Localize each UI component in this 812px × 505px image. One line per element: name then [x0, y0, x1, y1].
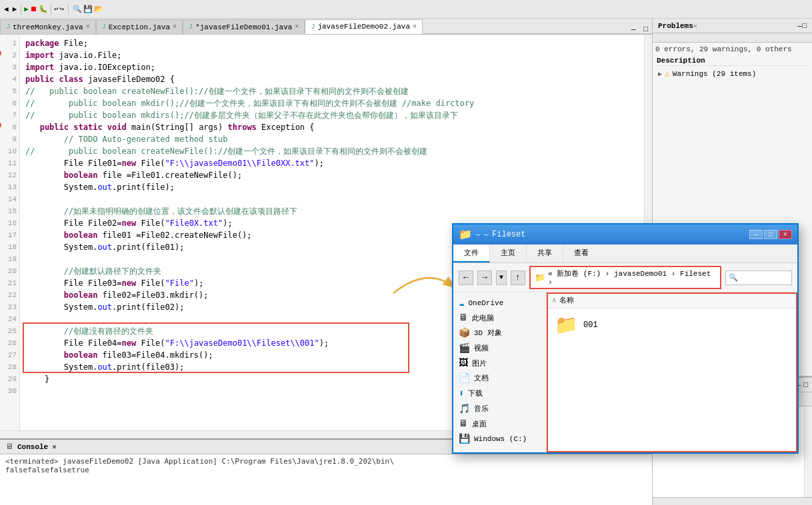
- line-num-21: 21: [3, 277, 17, 289]
- music-icon: 🎵: [459, 403, 470, 414]
- fe-sidebar-desktop[interactable]: 🖥 桌面: [453, 416, 546, 431]
- pictures-icon: 🖼: [459, 358, 468, 368]
- fe-close-btn[interactable]: ×: [779, 230, 792, 239]
- line-num-26: 26: [3, 337, 17, 349]
- toolbar-stop-icon[interactable]: ⏹: [30, 5, 37, 13]
- code-line-5: // public boolean createNewFile()://创建一个…: [25, 85, 639, 97]
- problems-warnings-item[interactable]: ▶ ⚠ Warnings (29 items): [655, 67, 809, 81]
- toolbar-icon-1[interactable]: ◀: [3, 5, 10, 13]
- fe-tab-view[interactable]: 查看: [563, 245, 599, 262]
- tab-label-filedemo01: *javaseFileDemo01.java: [195, 23, 292, 31]
- code-line-2: import java.io.File;: [25, 49, 639, 61]
- tab-filedemo02[interactable]: J javaseFileDemo02.java ×: [305, 19, 423, 34]
- fe-nav-dropdown[interactable]: ▼: [496, 270, 507, 285]
- toolbar-step-icon[interactable]: ↩: [54, 5, 59, 13]
- tab-icon-threemonkey: J: [6, 23, 10, 31]
- fe-search-box[interactable]: 🔍: [725, 270, 792, 285]
- fe-sidebar-downloads[interactable]: ⬇ 下载: [453, 386, 546, 401]
- line-num-14: 14: [3, 193, 17, 205]
- fe-main-content: ☁ OneDrive 🖥 此电脑 📦 3D 对象 🎬 视频 🖼 图片: [453, 292, 797, 452]
- problems-maximize-icon[interactable]: □: [802, 22, 807, 30]
- toolbar-step2-icon[interactable]: ↪: [60, 5, 65, 13]
- line-num-17: 17: [3, 229, 17, 241]
- code-line-7: // public boolean mkdirs();//创建多层文件夹（如果父…: [25, 109, 639, 121]
- code-line-4: public class javaseFileDemo02 {: [25, 73, 639, 85]
- line-num-7: 7: [3, 109, 17, 121]
- desktop-label: 桌面: [472, 419, 487, 429]
- problems-minimize-icon[interactable]: —: [798, 22, 803, 30]
- line-num-13: 13: [3, 181, 17, 193]
- code-line-12: boolean file =File01.createNewFile();: [25, 169, 639, 181]
- tab-label-threemonkey: threeMonkey.java: [13, 23, 83, 31]
- code-line-14: [25, 193, 639, 205]
- toolbar-icon-2[interactable]: ▶: [11, 5, 19, 13]
- toolbar-debug-icon[interactable]: 🐛: [39, 5, 48, 13]
- toolbar-separator3: [68, 4, 69, 15]
- fe-restore-btn[interactable]: □: [764, 230, 777, 239]
- line-num-25: 25: [3, 325, 17, 337]
- toolbar-open-icon[interactable]: 📂: [94, 5, 103, 13]
- line-num-29: 29: [3, 373, 17, 385]
- windows-icon: 💾: [459, 433, 470, 444]
- tab-icon-exception: J: [102, 23, 106, 31]
- downloads-icon: ⬇: [459, 388, 464, 399]
- tab-close-filedemo01[interactable]: ×: [295, 23, 299, 31]
- windows-label: Windows (C:): [474, 435, 527, 443]
- fe-sidebar-thispc[interactable]: 🖥 此电脑: [453, 310, 546, 325]
- javadoc-scrollbar[interactable]: [804, 406, 812, 497]
- code-line-15: //如果未指明明确的创建位置，该文件会默认创建在该项目路径下: [25, 205, 639, 217]
- fe-tab-file[interactable]: 文件: [453, 245, 490, 262]
- fe-title-controls: — □ ×: [749, 230, 792, 239]
- fe-search-icon: 🔍: [729, 273, 738, 282]
- tab-maximize-button[interactable]: □: [639, 25, 652, 34]
- fe-sidebar-pictures[interactable]: 🖼 图片: [453, 356, 546, 370]
- toolbar-search-icon[interactable]: 🔍: [73, 5, 82, 13]
- fe-nav-forward[interactable]: →: [477, 270, 492, 285]
- fe-tab-share[interactable]: 共享: [527, 245, 563, 262]
- line-num-2: 2: [3, 49, 17, 61]
- fe-tab-home[interactable]: 主页: [490, 245, 527, 262]
- toolbar-run-icon[interactable]: ▶: [24, 5, 29, 13]
- code-line-10: // public boolean createNewFile()://创建一个…: [25, 145, 639, 157]
- fe-address-path[interactable]: 📁 « 新加卷 (F:) › javaseDemo01 › Fileset ›: [529, 266, 721, 289]
- line-num-23: 23: [3, 301, 17, 313]
- toolbar-save-icon[interactable]: 💾: [83, 5, 93, 13]
- fe-col-name-label[interactable]: 名称: [559, 295, 574, 305]
- tab-exception[interactable]: J Exception.java ×: [96, 19, 183, 34]
- line-num-15: 15: [3, 205, 17, 217]
- tab-threemonkey[interactable]: J threeMonkey.java ×: [0, 19, 96, 34]
- fe-nav-up[interactable]: ↑: [511, 270, 525, 285]
- toolbar-separator: [21, 4, 21, 15]
- fe-sidebar-3d[interactable]: 📦 3D 对象: [453, 325, 546, 340]
- line-num-30: 30: [3, 385, 17, 397]
- tab-filedemo01[interactable]: J *javaseFileDemo01.java ×: [183, 19, 305, 34]
- line-num-4: 4: [3, 73, 17, 85]
- toolbar: ◀ ▶ ▶ ⏹ 🐛 ↩ ↪ 🔍 💾 📂: [0, 0, 812, 19]
- warning-triangle-icon: ⚠: [665, 69, 670, 79]
- fe-folder-001[interactable]: 📁 001: [547, 308, 797, 342]
- line-num-12: 12: [3, 169, 17, 181]
- thispc-label: 此电脑: [472, 313, 494, 323]
- line-num-1: 1: [3, 37, 17, 49]
- warnings-label: Warnings (29 items): [673, 70, 756, 78]
- tab-close-filedemo02[interactable]: ×: [413, 23, 417, 31]
- music-label: 音乐: [474, 404, 489, 414]
- problems-header: Problems ✕ — □: [653, 19, 812, 33]
- tab-close-threemonkey[interactable]: ×: [86, 23, 90, 31]
- fe-nav-back[interactable]: ←: [459, 270, 473, 285]
- tab-minimize-button[interactable]: —: [627, 25, 640, 34]
- javadoc-maximize-icon[interactable]: □: [803, 381, 808, 389]
- fe-sidebar-windows[interactable]: 💾 Windows (C:): [453, 431, 546, 446]
- code-line-11: File File01=new File("F:\\javaseDemo01\\…: [25, 157, 639, 169]
- fe-minimize-btn[interactable]: —: [749, 230, 763, 239]
- fe-sidebar-docs[interactable]: 📄 文档: [453, 370, 546, 386]
- 3d-icon: 📦: [459, 327, 470, 338]
- fe-sidebar-onedrive[interactable]: ☁ OneDrive: [453, 295, 546, 310]
- line-num-22: 22: [3, 289, 17, 301]
- line-numbers: 1 2 3 4 5 6 7 8 9 10 11 12 13 14 15 16 1: [0, 35, 20, 430]
- fe-sidebar-video[interactable]: 🎬 视频: [453, 340, 546, 356]
- tab-close-exception[interactable]: ×: [173, 23, 177, 31]
- line-num-20: 20: [3, 265, 17, 277]
- docs-icon: 📄: [459, 372, 470, 384]
- fe-sidebar-music[interactable]: 🎵 音乐: [453, 401, 546, 416]
